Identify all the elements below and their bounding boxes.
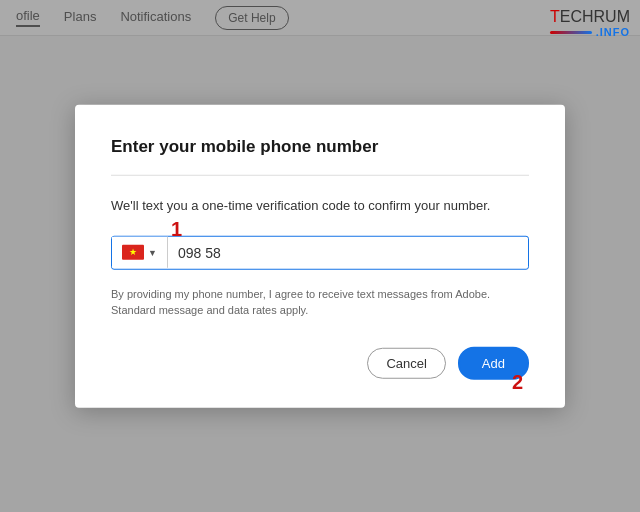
disclaimer-text: By providing my phone number, I agree to…: [111, 285, 529, 318]
cancel-button[interactable]: Cancel: [367, 347, 445, 378]
country-flag-dropdown[interactable]: ▼: [112, 237, 168, 268]
modal-description: We'll text you a one-time verification c…: [111, 196, 529, 216]
modal-footer: Cancel 2 Add: [111, 346, 529, 379]
modal-divider: [111, 175, 529, 176]
phone-input-wrapper: 1 ▼: [111, 235, 529, 269]
phone-input-row: ▼: [111, 235, 529, 269]
annotation-1: 1: [171, 217, 182, 240]
modal-title: Enter your mobile phone number: [111, 137, 529, 157]
watermark-t: T: [550, 8, 560, 25]
vietnam-flag-icon: [122, 245, 144, 260]
modal-dialog: Enter your mobile phone number We'll tex…: [75, 105, 565, 408]
watermark: TECHRUM .INFO: [550, 8, 630, 38]
watermark-info: .INFO: [596, 26, 630, 38]
annotation-2: 2: [512, 370, 523, 393]
phone-number-input[interactable]: [168, 236, 528, 268]
watermark-ech: ECHRUM: [560, 8, 630, 25]
watermark-line: [550, 31, 592, 34]
dropdown-arrow-icon: ▼: [148, 247, 157, 257]
